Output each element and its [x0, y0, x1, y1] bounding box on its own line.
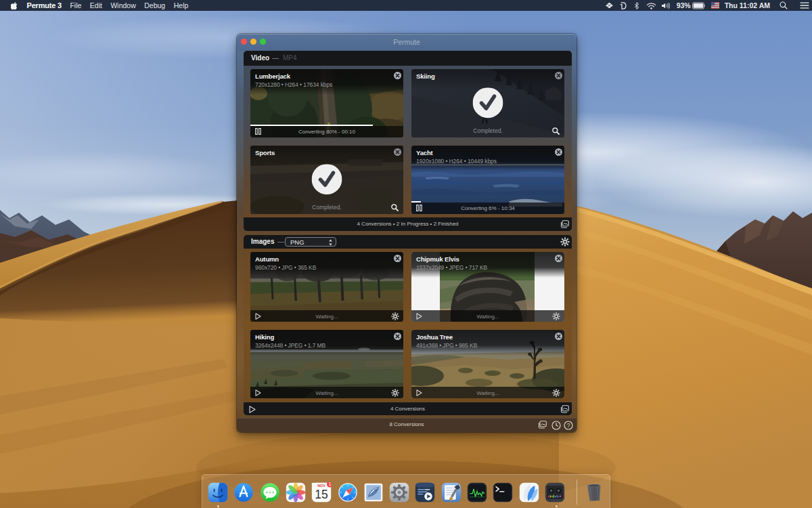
svg-text:15: 15: [315, 488, 328, 501]
svg-text:?: ?: [567, 422, 570, 429]
svg-text:NOV: NOV: [317, 483, 325, 487]
svg-text:1: 1: [329, 482, 332, 486]
